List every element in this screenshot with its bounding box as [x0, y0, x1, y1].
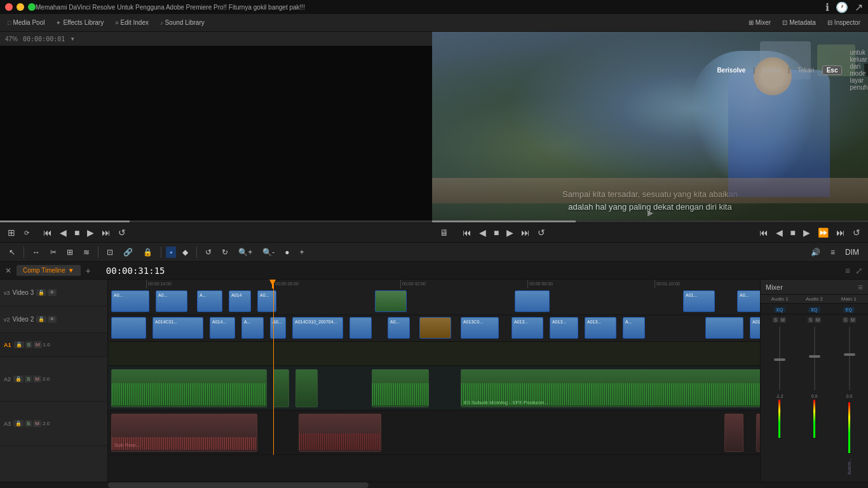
mixer-button[interactable]: ⊞ Mixer — [743, 17, 776, 28]
a3-m-btn[interactable]: M — [33, 420, 41, 427]
a1-lock-btn[interactable]: 🔒 — [14, 341, 24, 348]
r-stop-btn2[interactable]: ■ — [788, 226, 798, 239]
timeline-tab[interactable]: Comp Timeline ▼ — [17, 265, 81, 276]
a3-s-btn[interactable]: S — [25, 420, 32, 427]
v3-clip-1[interactable]: A0... — [111, 290, 149, 312]
skip-start-btn[interactable]: ⏮ — [41, 226, 55, 239]
info-icon[interactable]: ℹ — [825, 1, 829, 13]
timeline-options-btn[interactable]: ≡ — [845, 266, 850, 276]
r-prev-btn2[interactable]: ◀ — [773, 226, 785, 239]
r-skip-end-btn2[interactable]: ⏭ — [834, 226, 848, 239]
tool-flag[interactable]: ▪ — [166, 247, 176, 258]
tool-zoom-in[interactable]: 🔍+ — [234, 247, 256, 258]
menu-item-effects-library[interactable]: ✦ Effects Library — [51, 17, 109, 28]
v3-clip-2[interactable]: A0... — [156, 290, 187, 312]
a1-fader-thumb[interactable] — [774, 358, 785, 361]
v2-clip-3[interactable]: A014... — [210, 317, 235, 339]
a2-m-btn[interactable]: M — [33, 376, 41, 383]
tool-plus[interactable]: + — [296, 247, 308, 258]
v2-clip-1[interactable] — [111, 317, 146, 339]
v2-clip-7[interactable] — [349, 317, 372, 339]
v3-clip-4[interactable]: A014 — [229, 290, 251, 312]
dropdown-arrow[interactable]: ▼ — [70, 36, 75, 42]
a3-clip-1[interactable]: Sub Rear... — [111, 414, 257, 452]
tool-multicam[interactable]: ⊞ — [63, 247, 77, 258]
tool-select[interactable]: ↖ — [5, 247, 19, 258]
v3-clip-7[interactable] — [515, 290, 550, 312]
mixer-options-btn[interactable]: ≡ — [858, 282, 863, 292]
tool-audio[interactable]: 🔊 — [807, 247, 824, 258]
tool-dim[interactable]: DIM — [841, 247, 863, 258]
h-scrollbar[interactable] — [0, 482, 868, 488]
v2-clip-2[interactable]: A014C01... — [153, 317, 203, 339]
clock-icon[interactable]: 🕐 — [836, 1, 848, 13]
v2-clip-11[interactable]: A013... — [512, 317, 543, 339]
v3-clip-3[interactable]: A... — [197, 290, 222, 312]
v3-clip-6[interactable] — [375, 290, 407, 312]
a2-clip-4[interactable] — [372, 369, 429, 407]
v2-clip-13[interactable]: A013... — [585, 317, 616, 339]
close-timeline-btn[interactable]: ✕ — [5, 266, 11, 275]
tool-link[interactable]: 🔗 — [119, 247, 137, 258]
a2-s-mixer-btn[interactable]: S — [808, 317, 813, 323]
r-skip-start-btn[interactable]: ⏮ — [460, 226, 474, 239]
a3-lock-btn[interactable]: 🔒 — [13, 420, 24, 427]
prev-btn[interactable]: ◀ — [57, 226, 69, 239]
v2-eye-btn[interactable]: 👁 — [48, 316, 57, 323]
tool-vol[interactable]: ≡ — [827, 247, 839, 258]
a3-clip-3[interactable] — [724, 414, 743, 452]
a3-clip-4[interactable] — [756, 414, 760, 452]
play-btn-left[interactable]: ▶ — [85, 226, 97, 239]
a1-s-mixer-btn[interactable]: S — [773, 317, 778, 323]
tool-dynamic[interactable]: ≋ — [79, 247, 93, 258]
r-skip-end-btn[interactable]: ⏭ — [519, 226, 532, 239]
v2-clip-6[interactable]: A014C010_200704... — [292, 317, 343, 339]
screen-btn[interactable]: ⊞ — [5, 226, 18, 239]
v3-eye-btn[interactable]: 👁 — [48, 289, 57, 296]
tool-lock[interactable]: 🔒 — [139, 247, 156, 258]
monitor-btn[interactable]: 🖥 — [437, 226, 451, 239]
loop-btn[interactable]: ⟳ — [22, 228, 32, 238]
skip-end-btn[interactable]: ⏭ — [99, 226, 113, 239]
r-loop-btn2[interactable]: ↺ — [850, 226, 863, 239]
a3-clip-2[interactable] — [299, 414, 381, 452]
a1-s-btn[interactable]: S — [25, 341, 32, 348]
v3-lock-btn[interactable]: 🔒 — [36, 289, 46, 296]
v2-clip-15[interactable] — [705, 317, 743, 339]
tool-redo[interactable]: ↻ — [218, 247, 232, 258]
a2-clip-2[interactable] — [273, 369, 289, 407]
tool-snap[interactable]: ⊡ — [103, 247, 117, 258]
v2-clip-4[interactable]: A... — [241, 317, 264, 339]
v2-clip-14[interactable]: A... — [623, 317, 645, 339]
loop-btn2[interactable]: ↺ — [116, 226, 128, 239]
m1-fader-thumb[interactable] — [844, 353, 855, 356]
timeline-expand-btn[interactable]: ⤢ — [855, 266, 863, 276]
a2-s-btn[interactable]: S — [25, 376, 32, 383]
a2-m-mixer-btn[interactable]: M — [815, 317, 821, 323]
v2-clip-10[interactable]: A013C0... — [461, 317, 499, 339]
menu-item-edit-index[interactable]: ≡ Edit Index — [110, 17, 154, 28]
r-prev-btn[interactable]: ◀ — [477, 226, 489, 239]
tool-dot[interactable]: ● — [281, 247, 293, 258]
right-panel-play-arrow[interactable]: ▶ — [648, 208, 653, 217]
a1-m-mixer-btn[interactable]: M — [780, 317, 786, 323]
a2-clip-5[interactable]: E3 Suburb Morning - SFX Producer... — [461, 369, 760, 407]
tracks-content[interactable]: 00:00:14:00 00:00:28:00 00:00:42:00 00:0… — [108, 280, 760, 482]
metadata-button[interactable]: ⊡ Metadata — [777, 17, 821, 28]
v2-clip-8[interactable]: A0... — [388, 317, 410, 339]
tool-zoom-out[interactable]: 🔍- — [259, 247, 278, 258]
a2-fader-thumb[interactable] — [809, 355, 820, 358]
tool-trim[interactable]: ↔ — [29, 247, 44, 258]
r-play-btn[interactable]: ▶ — [504, 226, 516, 239]
menu-item-sound-library[interactable]: ♪ Sound Library — [155, 17, 210, 28]
v2-clip-12[interactable]: A013... — [550, 317, 578, 339]
r-loop-btn[interactable]: ↺ — [535, 226, 548, 239]
tool-marker[interactable]: ◆ — [179, 247, 192, 258]
v2-clip-9[interactable] — [419, 317, 451, 339]
h-scrollbar-thumb[interactable] — [108, 482, 369, 488]
close-button[interactable] — [5, 3, 13, 11]
a2-clip-1[interactable] — [111, 369, 267, 407]
share-icon[interactable]: ↗ — [855, 1, 863, 13]
v2-clip-5[interactable]: A0... — [270, 317, 286, 339]
r-stop-btn[interactable]: ■ — [491, 226, 501, 239]
